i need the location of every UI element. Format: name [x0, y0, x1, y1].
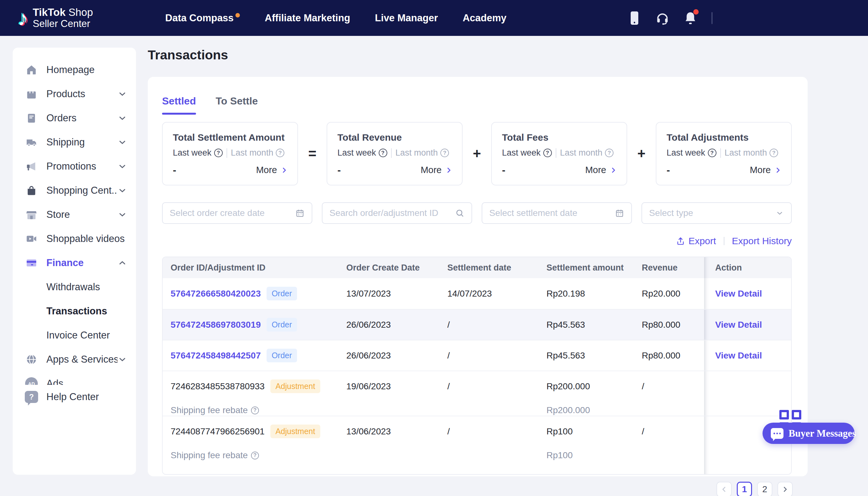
question-circle-icon[interactable]	[543, 149, 552, 157]
notification-dot-icon	[693, 9, 699, 15]
question-circle-icon[interactable]	[276, 149, 284, 157]
order-id-link[interactable]: 576472458498442507	[171, 351, 261, 361]
period-label: Last week	[502, 148, 541, 158]
sidebar-item-label: Products	[46, 88, 85, 100]
card-value: -	[667, 164, 670, 176]
sidebar-item-promotions[interactable]: Promotions	[13, 154, 136, 179]
menu-academy[interactable]: Academy	[462, 12, 506, 24]
upload-icon	[676, 236, 685, 246]
chevron-left-icon	[720, 485, 728, 494]
order-create-date: 13/07/2023	[346, 289, 447, 299]
order-id-link[interactable]: 576472666580420023	[171, 289, 261, 299]
card-title: Total Revenue	[337, 132, 452, 143]
sidebar-item-shoppable-videos[interactable]: Shoppable videos	[13, 227, 136, 251]
sidebar-item-label: Shoppable videos	[46, 233, 124, 245]
period-divider	[556, 148, 556, 158]
calendar-icon	[295, 208, 305, 218]
period-last-month[interactable]: Last month	[725, 148, 778, 158]
card-value: -	[173, 164, 176, 176]
sidebar: Homepage Products Orders Shipping Promot…	[13, 48, 136, 475]
question-circle-icon[interactable]	[708, 149, 716, 157]
period-last-week[interactable]: Last week	[173, 148, 223, 158]
card-title: Total Adjustments	[667, 132, 781, 143]
period-last-month[interactable]: Last month	[231, 148, 285, 158]
sidebar-item-shopping-center[interactable]: Shopping Cent...	[13, 179, 136, 203]
more-link[interactable]: More	[585, 165, 618, 175]
transactions-table: Order ID/Adjustment ID Order Create Date…	[162, 257, 792, 475]
mobile-icon[interactable]	[627, 11, 641, 25]
card-value: -	[337, 164, 341, 176]
settlement-amount: Rp200.000	[547, 381, 642, 391]
menu-live-manager[interactable]: Live Manager	[375, 12, 438, 24]
previous-page-button[interactable]	[716, 482, 732, 496]
type-select[interactable]	[641, 202, 792, 224]
tab-settled[interactable]: Settled	[162, 95, 196, 115]
sidebar-item-transactions[interactable]: Transactions	[13, 299, 136, 323]
top-menu: Data Compass Affiliate Marketing Live Ma…	[165, 0, 506, 36]
revenue: Rp20.000	[642, 289, 704, 299]
sidebar-item-withdrawals[interactable]: Withdrawals	[13, 275, 136, 299]
sidebar-item-invoice-center[interactable]: Invoice Center	[13, 323, 136, 347]
settlement-date: /	[447, 381, 547, 391]
sidebar-item-help-center[interactable]: Help Center	[13, 385, 136, 409]
period-last-month[interactable]: Last month	[560, 148, 614, 158]
more-label: More	[421, 165, 442, 175]
period-label: Last month	[231, 148, 274, 158]
order-adjustment-id-search[interactable]	[322, 202, 472, 224]
order-adjustment-id-input[interactable]	[330, 208, 451, 218]
buyer-messages-button[interactable]: Buyer Messages	[762, 423, 855, 444]
menu-data-compass[interactable]: Data Compass	[165, 12, 240, 24]
bell-icon[interactable]	[683, 11, 697, 25]
export-history-button[interactable]: Export History	[732, 236, 792, 246]
order-create-date: 26/06/2023	[346, 320, 447, 330]
order-id-link[interactable]: 576472458697803019	[171, 320, 261, 330]
period-last-month[interactable]: Last month	[396, 148, 449, 158]
question-circle-icon[interactable]	[251, 406, 259, 414]
more-link[interactable]: More	[256, 165, 289, 175]
topbar-icons	[627, 0, 713, 36]
question-circle-icon[interactable]	[379, 149, 387, 157]
revenue: Rp80.000	[642, 320, 704, 330]
sidebar-item-products[interactable]: Products	[13, 82, 136, 106]
type-select-input[interactable]	[649, 208, 772, 218]
adjustment-amount: Rp200.000	[547, 405, 642, 415]
sidebar-item-homepage[interactable]: Homepage	[13, 58, 136, 82]
settlement-date-filter[interactable]	[482, 202, 632, 224]
next-page-button[interactable]	[777, 482, 793, 496]
column-settlement-amount: Settlement amount	[547, 263, 642, 273]
page-1-button[interactable]: 1	[737, 482, 752, 496]
order-create-date-input[interactable]	[170, 208, 291, 218]
tiktok-shop-logo[interactable]: ♪ TikTok Shop Seller Center	[18, 0, 93, 36]
sidebar-item-finance[interactable]: Finance	[13, 251, 136, 275]
sidebar-item-orders[interactable]: Orders	[13, 106, 136, 130]
period-last-week[interactable]: Last week	[667, 148, 716, 158]
truck-icon	[25, 136, 38, 149]
question-circle-icon[interactable]	[440, 149, 449, 157]
page-2-button[interactable]: 2	[757, 482, 772, 496]
chevron-down-icon	[118, 113, 127, 123]
tab-to-settle[interactable]: To Settle	[216, 95, 258, 115]
period-last-week[interactable]: Last week	[337, 148, 387, 158]
order-create-date-filter[interactable]	[162, 202, 312, 224]
chevron-down-icon	[118, 355, 127, 364]
view-detail-link[interactable]: View Detail	[715, 351, 762, 361]
headset-icon[interactable]	[655, 11, 669, 25]
question-circle-icon[interactable]	[770, 149, 778, 157]
view-detail-link[interactable]: View Detail	[715, 289, 762, 299]
settlement-date-input[interactable]	[489, 208, 611, 218]
question-circle-icon[interactable]	[251, 452, 259, 460]
period-last-week[interactable]: Last week	[502, 148, 552, 158]
view-detail-link[interactable]: View Detail	[715, 320, 762, 330]
more-link[interactable]: More	[750, 165, 782, 175]
menu-affiliate-marketing[interactable]: Affiliate Marketing	[265, 12, 350, 24]
export-button[interactable]: Export	[676, 236, 716, 246]
chevron-down-icon	[118, 138, 127, 147]
question-circle-icon[interactable]	[214, 149, 223, 157]
question-circle-icon[interactable]	[605, 149, 613, 157]
sidebar-item-shipping[interactable]: Shipping	[13, 130, 136, 154]
order-create-date: 13/06/2023	[346, 427, 447, 437]
more-link[interactable]: More	[421, 165, 453, 175]
period-label: Last month	[725, 148, 767, 158]
sidebar-item-store[interactable]: Store	[13, 203, 136, 227]
sidebar-item-apps-services[interactable]: Apps & Services	[13, 347, 136, 372]
